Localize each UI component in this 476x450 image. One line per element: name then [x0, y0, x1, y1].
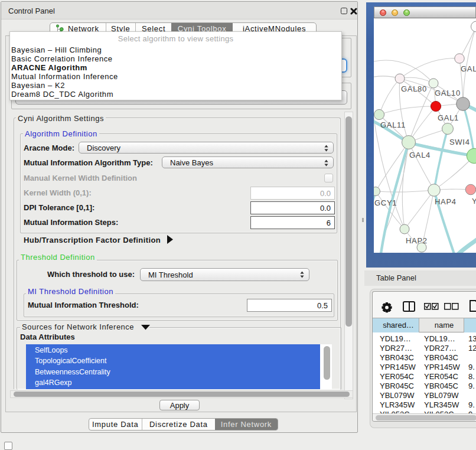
svg-text:YJ: YJ — [472, 197, 476, 206]
svg-text:GCY1: GCY1 — [374, 198, 397, 207]
svg-text:SWI4: SWI4 — [449, 138, 470, 146]
svg-text:GAL11: GAL11 — [380, 120, 406, 129]
svg-text:GAL10: GAL10 — [435, 89, 461, 97]
svg-text:GAL1: GAL1 — [438, 113, 459, 122]
svg-text:HAP2: HAP2 — [406, 236, 428, 245]
svg-text:HAP4: HAP4 — [435, 197, 457, 206]
svg-text:GAL80: GAL80 — [401, 84, 427, 93]
svg-text:GAL7: GAL7 — [461, 64, 476, 73]
svg-text:GAL4: GAL4 — [409, 151, 431, 159]
